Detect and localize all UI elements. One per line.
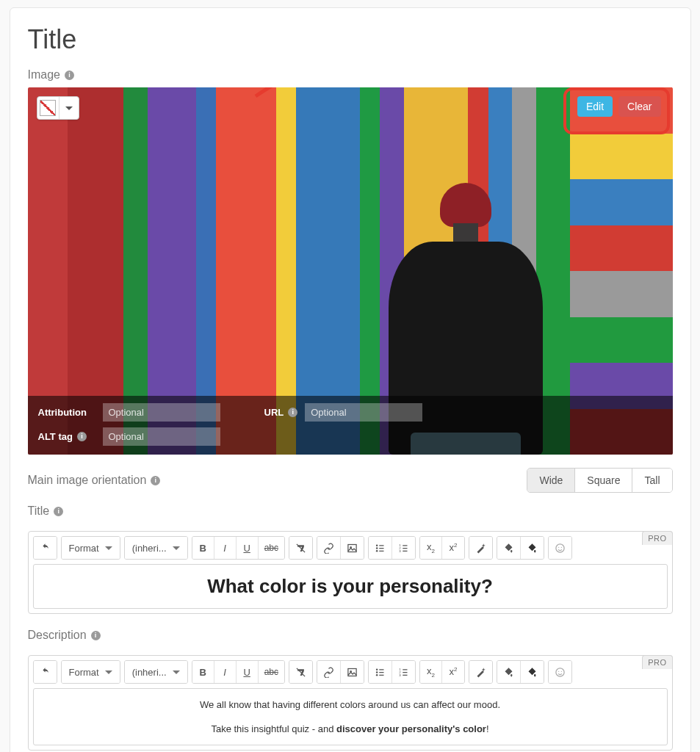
svg-point-13	[376, 668, 378, 670]
superscript-button[interactable]: x2	[442, 537, 464, 559]
italic-button[interactable]: I	[214, 661, 237, 683]
bullet-list-button[interactable]	[369, 537, 392, 559]
description-line1: We all know that having different colors…	[43, 699, 658, 710]
title-field-label: Title	[28, 505, 673, 518]
svg-point-2	[376, 544, 378, 546]
info-icon[interactable]	[288, 408, 297, 417]
title-content[interactable]: What color is your personality?	[33, 564, 668, 609]
emoji-button[interactable]	[549, 661, 571, 683]
undo-icon	[40, 667, 51, 678]
chevron-down-icon	[173, 670, 180, 674]
emoji-icon	[555, 667, 566, 678]
link-icon	[323, 543, 334, 554]
attribution-label: Attribution	[38, 407, 95, 418]
clear-button[interactable]: Clear	[618, 96, 660, 117]
link-button[interactable]	[317, 537, 341, 559]
bullet-list-icon	[375, 667, 386, 678]
image-meta-overlay: Attribution URL ALT tag	[28, 396, 673, 455]
font-select[interactable]: (inheri...	[125, 661, 187, 683]
color-dropdown-button[interactable]	[59, 97, 79, 119]
clear-format-button[interactable]	[289, 661, 312, 683]
clear-format-icon	[295, 543, 306, 554]
underline-button[interactable]: U	[237, 661, 259, 683]
link-button[interactable]	[317, 661, 341, 683]
orientation-tall[interactable]: Tall	[632, 469, 671, 492]
info-icon[interactable]	[65, 70, 74, 80]
image-preview: Edit Clear Attribution URL ALT tag	[28, 87, 673, 455]
subscript-button[interactable]: x2	[420, 537, 442, 559]
url-label: URL	[264, 407, 298, 418]
bullet-list-icon	[375, 543, 386, 554]
pro-badge: PRO	[642, 531, 672, 545]
info-icon[interactable]	[77, 432, 87, 441]
emoji-icon	[555, 543, 566, 554]
info-icon[interactable]	[151, 476, 160, 485]
svg-point-10	[561, 546, 562, 547]
italic-button[interactable]: I	[214, 537, 237, 559]
subscript-button[interactable]: x2	[420, 661, 442, 683]
undo-button[interactable]	[34, 661, 57, 683]
bold-icon: B	[199, 543, 206, 554]
image-icon	[347, 543, 358, 554]
strike-icon: abc	[264, 667, 278, 677]
text-color-button[interactable]	[521, 537, 544, 559]
magic-button[interactable]	[469, 661, 492, 683]
no-color-icon	[40, 100, 56, 116]
fill-color-button[interactable]	[497, 661, 521, 683]
svg-point-19	[556, 668, 564, 676]
chevron-down-icon	[173, 546, 180, 550]
alt-label: ALT tag	[38, 431, 95, 442]
bold-icon: B	[199, 667, 206, 678]
clear-format-icon	[295, 667, 306, 678]
svg-point-4	[376, 550, 378, 552]
orientation-square[interactable]: Square	[575, 469, 632, 492]
url-input[interactable]	[305, 403, 422, 422]
number-list-button[interactable]: 123	[392, 661, 415, 683]
underline-button[interactable]: U	[237, 537, 259, 559]
title-toolbar: Format (inheri... B I U abc 123	[33, 536, 668, 560]
subscript-icon: x2	[427, 541, 435, 554]
superscript-button[interactable]: x2	[442, 661, 464, 683]
alt-input[interactable]	[103, 427, 220, 446]
editor-panel: Title Image	[10, 7, 691, 752]
undo-button[interactable]	[34, 537, 57, 559]
link-icon	[323, 667, 334, 678]
svg-point-9	[558, 546, 559, 547]
strike-button[interactable]: abc	[259, 661, 284, 683]
orientation-wide[interactable]: Wide	[527, 469, 575, 492]
clear-format-button[interactable]	[289, 537, 312, 559]
text-color-button[interactable]	[521, 661, 544, 683]
orientation-row: Main image orientation Wide Square Tall	[28, 468, 673, 493]
image-button[interactable]	[341, 537, 364, 559]
fill-color-button[interactable]	[497, 537, 521, 559]
attribution-input[interactable]	[103, 403, 220, 422]
description-editor-wrap: PRO Format (inheri... B I U abc	[28, 655, 673, 751]
italic-icon: I	[223, 667, 226, 678]
font-select[interactable]: (inheri...	[125, 537, 187, 559]
italic-icon: I	[223, 543, 226, 554]
emoji-button[interactable]	[549, 537, 571, 559]
svg-point-15	[376, 674, 378, 676]
strike-button[interactable]: abc	[259, 537, 284, 559]
edit-button[interactable]: Edit	[577, 96, 613, 117]
svg-point-3	[376, 547, 378, 549]
format-select[interactable]: Format	[62, 661, 120, 683]
image-button[interactable]	[341, 661, 364, 683]
format-select[interactable]: Format	[62, 537, 120, 559]
bold-button[interactable]: B	[192, 537, 214, 559]
bold-button[interactable]: B	[192, 661, 214, 683]
image-actions: Edit Clear	[577, 96, 661, 117]
description-content[interactable]: We all know that having different colors…	[33, 688, 668, 745]
image-icon	[347, 667, 358, 678]
magic-button[interactable]	[469, 537, 492, 559]
title-editor: Format (inheri... B I U abc 123	[28, 531, 673, 614]
number-list-button[interactable]: 123	[392, 537, 415, 559]
bullet-list-button[interactable]	[369, 661, 392, 683]
number-list-icon: 123	[398, 667, 409, 678]
svg-point-20	[558, 670, 559, 671]
info-icon[interactable]	[54, 507, 63, 516]
orientation-segmented: Wide Square Tall	[527, 468, 672, 493]
color-swatch-none[interactable]	[37, 97, 59, 119]
info-icon[interactable]	[91, 631, 101, 640]
subscript-icon: x2	[427, 665, 435, 679]
